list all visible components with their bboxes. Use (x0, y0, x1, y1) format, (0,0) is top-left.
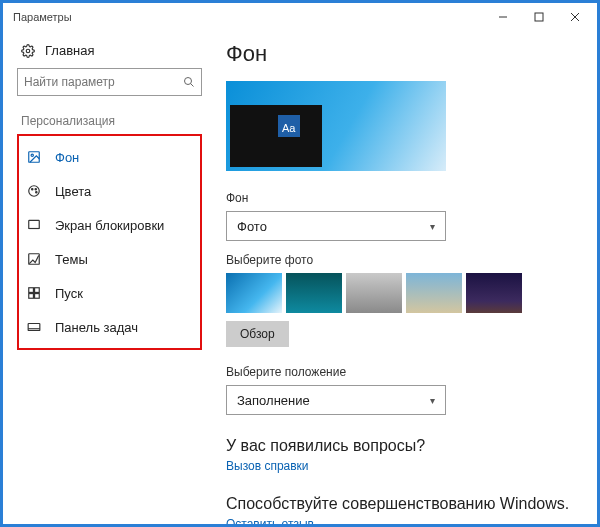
page-title: Фон (226, 41, 583, 67)
nav-label: Темы (55, 252, 88, 267)
svg-point-10 (32, 189, 33, 190)
close-button[interactable] (557, 5, 593, 29)
help-block: У вас появились вопросы? Вызов справки (226, 437, 583, 473)
search-icon (183, 76, 195, 88)
nav-label: Пуск (55, 286, 83, 301)
photo-thumbnails (226, 273, 583, 313)
background-label: Фон (226, 191, 583, 205)
home-link[interactable]: Главная (17, 37, 202, 68)
choose-photo-label: Выберите фото (226, 253, 583, 267)
preview-tile-text: Aa (282, 122, 295, 134)
photo-thumb-4[interactable] (406, 273, 462, 313)
help-link[interactable]: Вызов справки (226, 459, 583, 473)
nav-label: Цвета (55, 184, 91, 199)
search-box[interactable] (17, 68, 202, 96)
sidebar: Главная Персонализация Фон Цвета (17, 37, 202, 524)
lockscreen-icon (27, 218, 43, 232)
window-title: Параметры (7, 11, 485, 23)
nav-highlight: Фон Цвета Экран блокировки Темы (17, 134, 202, 350)
svg-point-9 (29, 186, 40, 197)
taskbar-icon (27, 320, 43, 334)
nav-item-taskbar[interactable]: Панель задач (19, 310, 200, 344)
feedback-link[interactable]: Оставить отзыв (226, 517, 583, 524)
themes-icon (27, 252, 43, 266)
feedback-block: Способствуйте совершенствованию Windows.… (226, 495, 583, 524)
nav-item-start[interactable]: Пуск (19, 276, 200, 310)
nav-label: Экран блокировки (55, 218, 164, 233)
svg-point-8 (31, 154, 33, 156)
nav-item-background[interactable]: Фон (19, 140, 200, 174)
maximize-button[interactable] (521, 5, 557, 29)
titlebar: Параметры (3, 3, 597, 31)
browse-button[interactable]: Обзор (226, 321, 289, 347)
fit-label: Выберите положение (226, 365, 583, 379)
background-preview: Aa (226, 81, 446, 171)
content: Главная Персонализация Фон Цвета (3, 31, 597, 524)
svg-rect-19 (35, 294, 40, 299)
photo-thumb-1[interactable] (226, 273, 282, 313)
background-dropdown[interactable]: Фото ▾ (226, 211, 446, 241)
nav-item-lockscreen[interactable]: Экран блокировки (19, 208, 200, 242)
svg-line-6 (191, 84, 194, 87)
svg-rect-1 (535, 13, 543, 21)
start-icon (27, 286, 43, 300)
background-dropdown-value: Фото (237, 219, 267, 234)
nav-item-colors[interactable]: Цвета (19, 174, 200, 208)
search-input[interactable] (24, 75, 183, 89)
svg-point-12 (36, 191, 37, 192)
feedback-title: Способствуйте совершенствованию Windows. (226, 495, 583, 513)
nav-label: Панель задач (55, 320, 138, 335)
image-icon (27, 150, 43, 164)
svg-rect-17 (35, 288, 40, 293)
svg-rect-13 (29, 220, 40, 228)
nav-item-themes[interactable]: Темы (19, 242, 200, 276)
section-label: Персонализация (21, 114, 202, 128)
gear-icon (21, 44, 35, 58)
fit-dropdown-value: Заполнение (237, 393, 310, 408)
svg-point-4 (26, 49, 30, 53)
svg-point-5 (185, 78, 192, 85)
svg-rect-16 (29, 288, 34, 293)
chevron-down-icon: ▾ (430, 395, 435, 406)
svg-rect-18 (29, 294, 34, 299)
main-panel: Фон Aa Фон Фото ▾ Выберите фото Обзор Вы… (202, 37, 583, 524)
fit-dropdown[interactable]: Заполнение ▾ (226, 385, 446, 415)
minimize-button[interactable] (485, 5, 521, 29)
palette-icon (27, 184, 43, 198)
nav-label: Фон (55, 150, 79, 165)
photo-thumb-5[interactable] (466, 273, 522, 313)
svg-point-11 (35, 189, 36, 190)
help-title: У вас появились вопросы? (226, 437, 583, 455)
home-label: Главная (45, 43, 94, 58)
chevron-down-icon: ▾ (430, 221, 435, 232)
photo-thumb-2[interactable] (286, 273, 342, 313)
svg-rect-20 (28, 324, 40, 331)
photo-thumb-3[interactable] (346, 273, 402, 313)
